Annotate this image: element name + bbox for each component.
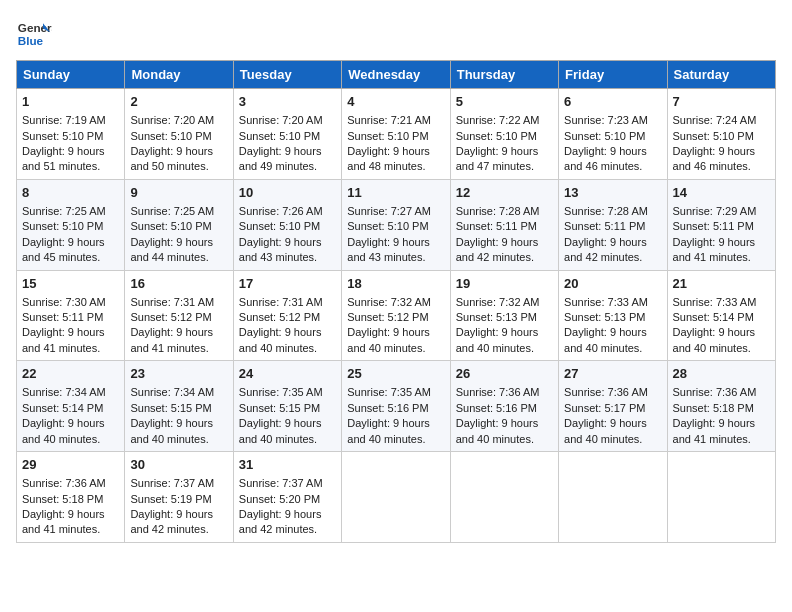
calendar-cell bbox=[450, 452, 558, 543]
daylight-label: Daylight: 9 hours and 41 minutes. bbox=[130, 326, 213, 353]
calendar-cell bbox=[667, 452, 775, 543]
day-number: 6 bbox=[564, 93, 661, 111]
day-number: 19 bbox=[456, 275, 553, 293]
calendar-cell: 9 Sunrise: 7:25 AM Sunset: 5:10 PM Dayli… bbox=[125, 179, 233, 270]
day-number: 27 bbox=[564, 365, 661, 383]
weekday-header-monday: Monday bbox=[125, 61, 233, 89]
sunset-label: Sunset: 5:20 PM bbox=[239, 493, 320, 505]
sunset-label: Sunset: 5:11 PM bbox=[673, 220, 754, 232]
day-number: 16 bbox=[130, 275, 227, 293]
sunrise-label: Sunrise: 7:36 AM bbox=[456, 386, 540, 398]
sunrise-label: Sunrise: 7:23 AM bbox=[564, 114, 648, 126]
daylight-label: Daylight: 9 hours and 43 minutes. bbox=[239, 236, 322, 263]
calendar-cell: 13 Sunrise: 7:28 AM Sunset: 5:11 PM Dayl… bbox=[559, 179, 667, 270]
calendar-cell: 4 Sunrise: 7:21 AM Sunset: 5:10 PM Dayli… bbox=[342, 89, 450, 180]
sunrise-label: Sunrise: 7:21 AM bbox=[347, 114, 431, 126]
daylight-label: Daylight: 9 hours and 46 minutes. bbox=[564, 145, 647, 172]
daylight-label: Daylight: 9 hours and 40 minutes. bbox=[130, 417, 213, 444]
weekday-header-wednesday: Wednesday bbox=[342, 61, 450, 89]
sunset-label: Sunset: 5:14 PM bbox=[673, 311, 754, 323]
sunset-label: Sunset: 5:18 PM bbox=[22, 493, 103, 505]
daylight-label: Daylight: 9 hours and 42 minutes. bbox=[564, 236, 647, 263]
svg-text:General: General bbox=[18, 21, 52, 34]
day-number: 7 bbox=[673, 93, 770, 111]
day-number: 13 bbox=[564, 184, 661, 202]
day-number: 23 bbox=[130, 365, 227, 383]
daylight-label: Daylight: 9 hours and 42 minutes. bbox=[130, 508, 213, 535]
daylight-label: Daylight: 9 hours and 45 minutes. bbox=[22, 236, 105, 263]
daylight-label: Daylight: 9 hours and 49 minutes. bbox=[239, 145, 322, 172]
calendar-cell: 27 Sunrise: 7:36 AM Sunset: 5:17 PM Dayl… bbox=[559, 361, 667, 452]
calendar-cell: 29 Sunrise: 7:36 AM Sunset: 5:18 PM Dayl… bbox=[17, 452, 125, 543]
daylight-label: Daylight: 9 hours and 40 minutes. bbox=[239, 417, 322, 444]
calendar-cell: 25 Sunrise: 7:35 AM Sunset: 5:16 PM Dayl… bbox=[342, 361, 450, 452]
sunrise-label: Sunrise: 7:32 AM bbox=[456, 296, 540, 308]
daylight-label: Daylight: 9 hours and 46 minutes. bbox=[673, 145, 756, 172]
day-number: 3 bbox=[239, 93, 336, 111]
day-number: 8 bbox=[22, 184, 119, 202]
sunset-label: Sunset: 5:10 PM bbox=[347, 220, 428, 232]
sunrise-label: Sunrise: 7:20 AM bbox=[239, 114, 323, 126]
day-number: 18 bbox=[347, 275, 444, 293]
day-number: 29 bbox=[22, 456, 119, 474]
calendar-cell: 18 Sunrise: 7:32 AM Sunset: 5:12 PM Dayl… bbox=[342, 270, 450, 361]
sunrise-label: Sunrise: 7:34 AM bbox=[130, 386, 214, 398]
calendar-cell: 5 Sunrise: 7:22 AM Sunset: 5:10 PM Dayli… bbox=[450, 89, 558, 180]
daylight-label: Daylight: 9 hours and 40 minutes. bbox=[673, 326, 756, 353]
sunset-label: Sunset: 5:11 PM bbox=[564, 220, 645, 232]
daylight-label: Daylight: 9 hours and 40 minutes. bbox=[239, 326, 322, 353]
sunset-label: Sunset: 5:12 PM bbox=[239, 311, 320, 323]
sunset-label: Sunset: 5:10 PM bbox=[347, 130, 428, 142]
sunrise-label: Sunrise: 7:25 AM bbox=[130, 205, 214, 217]
calendar-cell: 28 Sunrise: 7:36 AM Sunset: 5:18 PM Dayl… bbox=[667, 361, 775, 452]
calendar-cell: 16 Sunrise: 7:31 AM Sunset: 5:12 PM Dayl… bbox=[125, 270, 233, 361]
daylight-label: Daylight: 9 hours and 40 minutes. bbox=[347, 417, 430, 444]
sunrise-label: Sunrise: 7:31 AM bbox=[130, 296, 214, 308]
calendar-cell: 10 Sunrise: 7:26 AM Sunset: 5:10 PM Dayl… bbox=[233, 179, 341, 270]
day-number: 11 bbox=[347, 184, 444, 202]
sunset-label: Sunset: 5:15 PM bbox=[130, 402, 211, 414]
calendar-cell: 8 Sunrise: 7:25 AM Sunset: 5:10 PM Dayli… bbox=[17, 179, 125, 270]
sunrise-label: Sunrise: 7:37 AM bbox=[239, 477, 323, 489]
calendar-cell: 30 Sunrise: 7:37 AM Sunset: 5:19 PM Dayl… bbox=[125, 452, 233, 543]
day-number: 15 bbox=[22, 275, 119, 293]
calendar-cell: 12 Sunrise: 7:28 AM Sunset: 5:11 PM Dayl… bbox=[450, 179, 558, 270]
logo: General Blue bbox=[16, 16, 52, 52]
daylight-label: Daylight: 9 hours and 40 minutes. bbox=[22, 417, 105, 444]
day-number: 24 bbox=[239, 365, 336, 383]
sunrise-label: Sunrise: 7:29 AM bbox=[673, 205, 757, 217]
calendar-cell: 7 Sunrise: 7:24 AM Sunset: 5:10 PM Dayli… bbox=[667, 89, 775, 180]
daylight-label: Daylight: 9 hours and 50 minutes. bbox=[130, 145, 213, 172]
day-number: 14 bbox=[673, 184, 770, 202]
day-number: 9 bbox=[130, 184, 227, 202]
daylight-label: Daylight: 9 hours and 41 minutes. bbox=[673, 417, 756, 444]
weekday-header-thursday: Thursday bbox=[450, 61, 558, 89]
sunrise-label: Sunrise: 7:30 AM bbox=[22, 296, 106, 308]
day-number: 26 bbox=[456, 365, 553, 383]
logo-icon: General Blue bbox=[16, 16, 52, 52]
day-number: 17 bbox=[239, 275, 336, 293]
sunrise-label: Sunrise: 7:33 AM bbox=[564, 296, 648, 308]
daylight-label: Daylight: 9 hours and 44 minutes. bbox=[130, 236, 213, 263]
sunrise-label: Sunrise: 7:36 AM bbox=[564, 386, 648, 398]
sunset-label: Sunset: 5:10 PM bbox=[239, 130, 320, 142]
calendar-cell: 19 Sunrise: 7:32 AM Sunset: 5:13 PM Dayl… bbox=[450, 270, 558, 361]
day-number: 25 bbox=[347, 365, 444, 383]
sunset-label: Sunset: 5:15 PM bbox=[239, 402, 320, 414]
sunset-label: Sunset: 5:10 PM bbox=[22, 130, 103, 142]
calendar-cell bbox=[559, 452, 667, 543]
sunset-label: Sunset: 5:10 PM bbox=[22, 220, 103, 232]
calendar-cell: 31 Sunrise: 7:37 AM Sunset: 5:20 PM Dayl… bbox=[233, 452, 341, 543]
sunset-label: Sunset: 5:17 PM bbox=[564, 402, 645, 414]
calendar-cell: 11 Sunrise: 7:27 AM Sunset: 5:10 PM Dayl… bbox=[342, 179, 450, 270]
day-number: 30 bbox=[130, 456, 227, 474]
sunset-label: Sunset: 5:10 PM bbox=[130, 220, 211, 232]
sunset-label: Sunset: 5:13 PM bbox=[564, 311, 645, 323]
daylight-label: Daylight: 9 hours and 51 minutes. bbox=[22, 145, 105, 172]
sunrise-label: Sunrise: 7:27 AM bbox=[347, 205, 431, 217]
sunrise-label: Sunrise: 7:20 AM bbox=[130, 114, 214, 126]
sunrise-label: Sunrise: 7:36 AM bbox=[673, 386, 757, 398]
calendar-cell: 24 Sunrise: 7:35 AM Sunset: 5:15 PM Dayl… bbox=[233, 361, 341, 452]
daylight-label: Daylight: 9 hours and 41 minutes. bbox=[673, 236, 756, 263]
sunset-label: Sunset: 5:16 PM bbox=[456, 402, 537, 414]
